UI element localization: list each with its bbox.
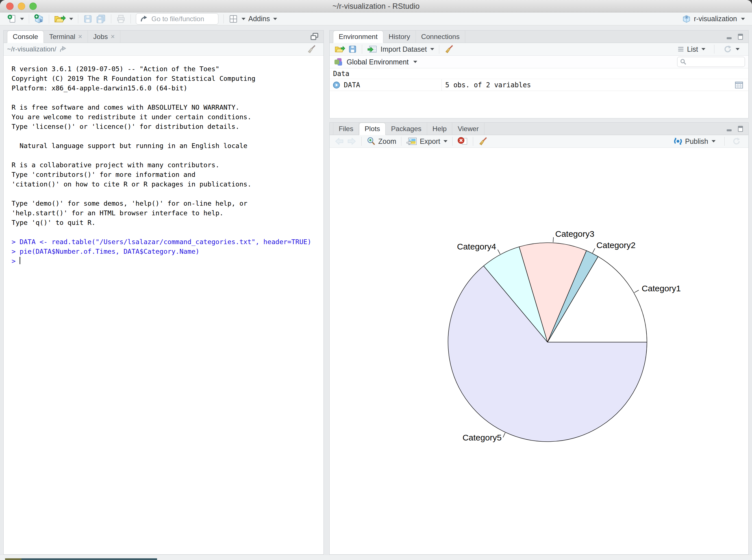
maximize-pane-icon[interactable] [737,125,744,133]
tab-viewer[interactable]: Viewer [452,123,484,135]
console-line: R version 3.6.1 (2019-07-05) -- "Action … [12,64,323,74]
toolbar-separator [49,15,49,23]
minimize-window-button[interactable] [18,3,25,10]
zoom-window-button[interactable] [29,3,37,10]
goto-file-function-input[interactable] [151,15,213,23]
console-output[interactable]: R version 3.6.1 (2019-07-05) -- "Action … [4,56,323,542]
open-file-button[interactable] [54,14,73,24]
pie-label: Category1 [642,284,681,293]
clear-environment-button[interactable] [444,44,454,54]
clear-all-plots-button[interactable] [478,137,488,146]
desktop-edge-artifact [21,558,157,560]
tab-console[interactable]: Console [7,31,44,43]
pane-layout-button[interactable] [228,14,245,24]
close-icon[interactable]: × [111,33,115,40]
chevron-down-icon [69,18,73,20]
pie-label: Category3 [555,229,594,238]
expand-play-icon[interactable] [332,81,340,89]
traffic-lights [6,3,37,10]
zoom-label: Zoom [378,137,397,145]
minimize-pane-icon[interactable] [726,33,733,40]
goto-arrow-icon [140,15,148,23]
toolbar-separator [362,45,362,54]
tab-environment[interactable]: Environment [333,31,383,43]
remove-plot-button[interactable] [458,137,468,146]
environment-scope-label[interactable]: Global Environment [347,58,409,66]
tab-files[interactable]: Files [333,123,359,135]
tab-jobs-label: Jobs [93,33,108,41]
previous-plot-button[interactable] [334,137,344,145]
tab-console-label: Console [13,33,38,41]
chevron-down-icon[interactable] [413,61,417,63]
next-plot-button[interactable] [347,137,357,145]
goto-directory-icon[interactable] [59,45,67,53]
import-dataset-label: Import Dataset [381,45,427,54]
console-line [12,151,323,160]
environment-search-box[interactable] [677,57,745,67]
environment-object-row[interactable]: DATA 5 obs. of 2 variables [330,79,748,91]
chevron-down-icon [20,18,24,20]
back-arrow-icon [334,137,344,145]
maximize-pane-icon[interactable] [737,33,744,40]
refresh-environment-button[interactable] [723,45,739,54]
tab-help[interactable]: Help [427,123,452,135]
publish-button[interactable]: Publish [673,137,715,146]
addins-button[interactable]: Addins [248,15,277,23]
tab-environment-label: Environment [339,33,378,41]
tab-history[interactable]: History [383,31,416,43]
save-button[interactable] [83,14,93,24]
minimize-pane-icon[interactable] [726,125,733,133]
tab-packages-label: Packages [391,125,422,133]
environment-search-input[interactable] [689,58,739,66]
environment-section-header: Data [330,68,748,79]
tab-plots[interactable]: Plots [359,123,386,135]
r-project-icon: R [682,15,691,23]
project-selector[interactable]: R r-visualization [682,15,745,23]
zoom-plot-button[interactable]: Zoom [366,137,397,146]
import-dataset-button[interactable]: Import Dataset [367,44,434,54]
refresh-icon [723,45,732,54]
toolbar-separator [361,137,362,146]
console-line: Type 'license()' or 'licence()' for dist… [12,122,323,132]
titlebar: ~/r-visualization - RStudio [0,0,752,13]
tab-connections[interactable]: Connections [416,31,465,43]
toolbar-separator [724,137,725,146]
popout-window-icon[interactable] [309,32,320,42]
export-plot-button[interactable]: Export [406,137,447,146]
console-line [12,93,323,103]
pie-label: Category5 [463,433,502,442]
pie-label: Category4 [457,242,496,251]
load-workspace-button[interactable] [334,45,345,54]
save-icon [83,14,93,24]
toolbar-separator [78,15,78,23]
plot-area: Category1Category2Category3Category4Cate… [330,148,748,554]
save-all-button[interactable] [96,14,106,24]
new-file-button[interactable] [7,14,24,24]
import-dataset-icon [367,44,378,54]
tab-terminal[interactable]: Terminal × [44,31,88,43]
save-workspace-button[interactable] [348,45,357,54]
addins-label: Addins [248,15,270,23]
view-table-icon[interactable] [734,81,744,89]
console-line: > DATA <- read.table("/Users/lsalazar/co… [12,237,323,247]
print-button[interactable] [116,14,126,24]
tab-packages[interactable]: Packages [386,123,427,135]
list-view-button[interactable]: List [677,45,705,54]
project-name-label: r-visualization [694,15,737,23]
broom-icon [444,44,454,54]
search-icon [680,58,687,65]
tab-jobs[interactable]: Jobs × [88,31,120,43]
chevron-down-icon [242,18,245,20]
clear-console-broom-icon[interactable] [306,44,316,54]
chevron-down-icon [273,18,277,20]
remove-plot-red-x-icon [458,137,468,146]
refresh-plot-icon[interactable] [732,137,741,146]
close-icon[interactable]: × [78,33,82,40]
close-window-button[interactable] [6,3,14,10]
chevron-down-icon [444,140,447,142]
new-project-button[interactable]: R [34,14,44,24]
goto-file-function-box[interactable] [136,13,218,25]
open-folder-icon [334,45,345,54]
publish-icon [673,137,683,146]
panes-grid-icon [228,14,238,24]
